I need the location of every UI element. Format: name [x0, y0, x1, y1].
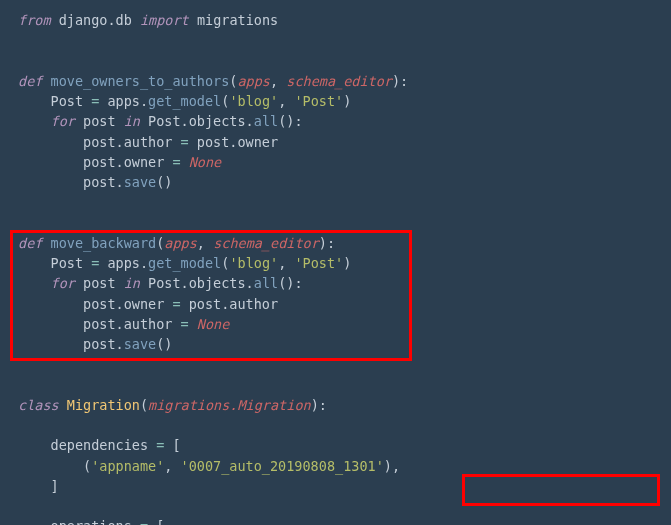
code-text: Post.objects. [140, 275, 254, 291]
param: apps [164, 235, 197, 251]
bracket: [ [164, 437, 180, 453]
func-name: move_owners_to_authors [51, 73, 230, 89]
param: schema_editor [286, 73, 392, 89]
kw-def: def [18, 235, 42, 251]
kw-import: import [140, 12, 189, 28]
func-name: move_backward [51, 235, 157, 251]
code-block: from django.db import migrations def mov… [0, 0, 671, 525]
method: all [254, 275, 278, 291]
code-text: apps. [99, 255, 148, 271]
op: = [140, 518, 148, 525]
string: 'Post' [294, 93, 343, 109]
kw-in: in [124, 113, 140, 129]
code-text: Post [51, 93, 92, 109]
op: = [172, 154, 180, 170]
module-path: django.db [59, 12, 132, 28]
code-text: post.author [83, 134, 181, 150]
code-text: apps. [99, 93, 148, 109]
op: = [181, 316, 189, 332]
code-text: post [75, 113, 124, 129]
bracket: ] [51, 478, 59, 494]
kw-class: class [18, 397, 59, 413]
code-text: post.owner [83, 296, 172, 312]
code-text: post. [83, 174, 124, 190]
code-text: post. [83, 336, 124, 352]
string: 'appname' [91, 458, 164, 474]
bracket: [ [148, 518, 164, 525]
method: get_model [148, 255, 221, 271]
base-class: migrations.Migration [148, 397, 311, 413]
code-text: Post.objects. [140, 113, 254, 129]
code-text: post.author [83, 316, 181, 332]
string: 'blog' [229, 93, 278, 109]
code-text: operations [51, 518, 140, 525]
string: 'blog' [229, 255, 278, 271]
none-literal: None [197, 316, 230, 332]
module-name: migrations [197, 12, 278, 28]
method: get_model [148, 93, 221, 109]
kw-for: for [51, 113, 75, 129]
string: 'Post' [294, 255, 343, 271]
kw-from: from [18, 12, 51, 28]
method: save [124, 336, 157, 352]
code-text: post.owner [189, 134, 278, 150]
param: apps [237, 73, 270, 89]
method: all [254, 113, 278, 129]
method: save [124, 174, 157, 190]
none-literal: None [189, 154, 222, 170]
param: schema_editor [213, 235, 319, 251]
op: = [181, 134, 189, 150]
kw-def: def [18, 73, 42, 89]
kw-in: in [124, 275, 140, 291]
string: '0007_auto_20190808_1301' [181, 458, 384, 474]
op: = [172, 296, 180, 312]
code-text: post.owner [83, 154, 172, 170]
code-text: Post [51, 255, 92, 271]
code-text: post.author [181, 296, 279, 312]
code-text: post [75, 275, 124, 291]
code-text: dependencies [51, 437, 157, 453]
class-name: Migration [67, 397, 140, 413]
kw-for: for [51, 275, 75, 291]
